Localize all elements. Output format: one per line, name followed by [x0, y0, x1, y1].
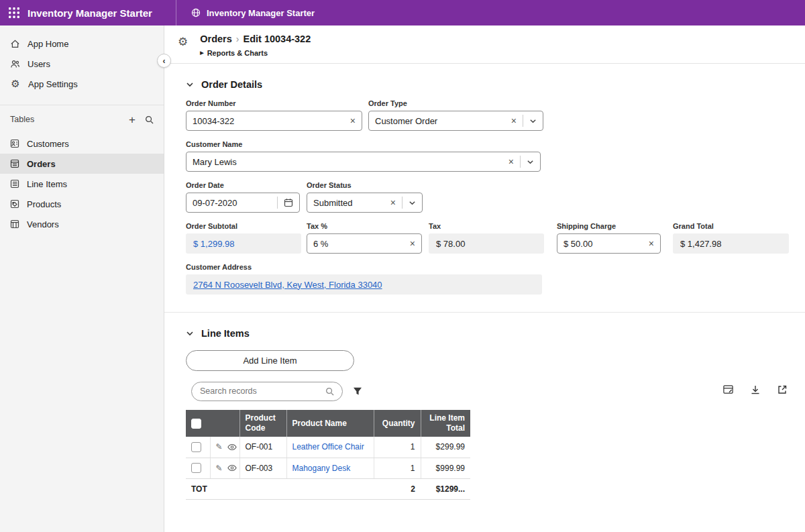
main-panel: ⚙ Orders›Edit 10034-322 ▶ Reports & Char…	[164, 25, 805, 532]
edit-row-icon[interactable]: ✎	[216, 442, 223, 451]
order-date-input[interactable]	[186, 198, 277, 208]
edit-row-icon[interactable]: ✎	[216, 464, 223, 473]
cell-line-item-total: $999.99	[421, 458, 470, 478]
clear-icon[interactable]: ×	[505, 116, 523, 125]
open-external-icon[interactable]	[777, 384, 788, 395]
grand-total-value: $ 1,427.98	[673, 233, 789, 254]
row-checkbox[interactable]	[191, 463, 201, 473]
form-row-5: Customer Address 2764 N Roosevelt Blvd, …	[186, 263, 789, 295]
order-number-input[interactable]	[186, 116, 344, 126]
order-status-input[interactable]	[307, 198, 384, 208]
breadcrumb-block: Orders›Edit 10034-322 ▶ Reports & Charts	[200, 34, 311, 57]
download-icon[interactable]	[750, 384, 761, 395]
order-number-field: Order Number ×	[186, 99, 362, 131]
cell-product-name: Mahogany Desk	[286, 458, 374, 478]
chevron-down-icon[interactable]	[523, 117, 543, 125]
field-label: Shipping Charge	[557, 222, 661, 230]
tables-header-label: Tables	[10, 115, 34, 124]
sidebar-item-app-home[interactable]: App Home	[0, 34, 164, 54]
sidebar-collapse-button[interactable]: ‹	[157, 54, 171, 68]
section-title: Line Items	[201, 328, 250, 339]
reports-charts-label: Reports & Charts	[207, 49, 268, 57]
page-header: ⚙ Orders›Edit 10034-322 ▶ Reports & Char…	[164, 25, 805, 64]
sidebar-item-app-settings[interactable]: ⚙ App Settings	[0, 74, 164, 94]
field-label: Customer Name	[186, 140, 541, 148]
search-icon[interactable]	[325, 387, 334, 396]
cell-product-code: OF-001	[239, 437, 286, 458]
column-header-quantity[interactable]: Quantity	[374, 410, 421, 437]
home-icon	[10, 39, 20, 49]
order-status-field: Order Status ×	[307, 181, 423, 213]
customers-table-icon	[10, 139, 19, 148]
cell-product-code: OF-003	[239, 458, 286, 478]
customer-name-input[interactable]	[186, 157, 502, 167]
column-header-product-code[interactable]: Product Code	[239, 410, 286, 437]
tax-percent-input[interactable]	[307, 239, 404, 249]
sidebar: App Home Users ⚙ App Settings Tables +	[0, 25, 164, 532]
sidebar-table-orders[interactable]: Orders	[0, 154, 164, 174]
add-line-item-button[interactable]: Add Line Item	[186, 350, 354, 371]
filter-icon[interactable]	[353, 386, 362, 396]
clear-icon[interactable]: ×	[643, 239, 660, 248]
view-row-icon[interactable]	[227, 443, 237, 451]
shipping-charge-input[interactable]	[557, 239, 643, 249]
sidebar-table-label: Vendors	[27, 219, 59, 229]
app-launcher-icon[interactable]	[8, 7, 20, 19]
order-type-input[interactable]	[369, 116, 505, 126]
topbar-app-section: Inventory Manager Starter	[0, 0, 176, 25]
sidebar-table-label: Customers	[27, 139, 69, 149]
inline-edit-icon[interactable]	[722, 384, 734, 395]
clear-icon[interactable]: ×	[344, 116, 362, 125]
vendors-table-icon	[10, 219, 19, 229]
order-subtotal-value[interactable]: $ 1,299.98	[186, 233, 301, 254]
sidebar-table-vendors[interactable]: Vendors	[0, 214, 164, 234]
view-row-icon[interactable]	[227, 464, 237, 472]
clear-icon[interactable]: ×	[502, 157, 520, 166]
row-checkbox[interactable]	[191, 442, 201, 452]
field-label: Order Number	[186, 99, 362, 107]
breadcrumb-section[interactable]: Orders	[200, 34, 232, 44]
globe-icon	[191, 8, 201, 17]
search-input[interactable]	[200, 386, 325, 396]
page-settings-gear-icon[interactable]: ⚙	[178, 35, 188, 49]
cell-quantity: 1	[374, 437, 421, 458]
search-box	[191, 382, 343, 401]
product-name-link[interactable]: Mahogany Desk	[292, 464, 351, 473]
table-totals-row: TOT 2 $1299...	[186, 478, 470, 499]
sidebar-table-label: Products	[27, 199, 61, 209]
sidebar-table-customers[interactable]: Customers	[0, 134, 164, 154]
cell-line-item-total: $299.99	[421, 437, 470, 458]
calendar-icon[interactable]	[278, 198, 299, 207]
products-table-icon	[10, 199, 19, 209]
field-label: Order Status	[307, 181, 423, 189]
chevron-down-icon[interactable]	[186, 81, 194, 89]
sidebar-item-label: App Home	[28, 39, 68, 49]
field-label: Tax %	[307, 222, 422, 230]
chevron-down-icon[interactable]	[186, 329, 194, 337]
chevron-down-icon[interactable]	[521, 158, 540, 166]
product-name-link[interactable]: Leather Office Chair	[292, 442, 364, 451]
form-row-4: Order Subtotal $ 1,299.98 Tax % × Tax $ …	[186, 222, 789, 254]
form-row-3: Order Date Order Status ×	[186, 181, 789, 213]
clear-icon[interactable]: ×	[384, 198, 402, 207]
customer-address-link[interactable]: 2764 N Roosevelt Blvd, Key West, Florida…	[193, 280, 382, 290]
sidebar-item-users[interactable]: Users	[0, 54, 164, 74]
sidebar-table-products[interactable]: Products	[0, 194, 164, 214]
column-header-product-name[interactable]: Product Name	[286, 410, 374, 437]
column-header-line-item-total[interactable]: Line Item Total	[421, 410, 470, 437]
table-row: ✎ OF-001 Leather Office Chair 1 $299.99	[186, 437, 470, 458]
reports-charts-toggle[interactable]: ▶ Reports & Charts	[200, 49, 311, 57]
clear-icon[interactable]: ×	[404, 239, 421, 248]
gear-icon: ⚙	[10, 78, 21, 90]
select-all-checkbox[interactable]	[191, 419, 201, 429]
sidebar-table-line-items[interactable]: Line Items	[0, 174, 164, 194]
add-table-icon[interactable]: +	[129, 114, 136, 125]
select-all-header-cell	[186, 410, 239, 437]
field-label: Order Type	[368, 99, 543, 107]
search-tables-icon[interactable]	[145, 115, 154, 124]
chevron-down-icon[interactable]	[402, 199, 422, 207]
tax-field: Tax $ 78.00	[429, 222, 544, 254]
row-select-cell	[186, 437, 210, 458]
sidebar-table-label: Line Items	[27, 179, 67, 189]
order-details-header: Order Details	[186, 79, 789, 90]
